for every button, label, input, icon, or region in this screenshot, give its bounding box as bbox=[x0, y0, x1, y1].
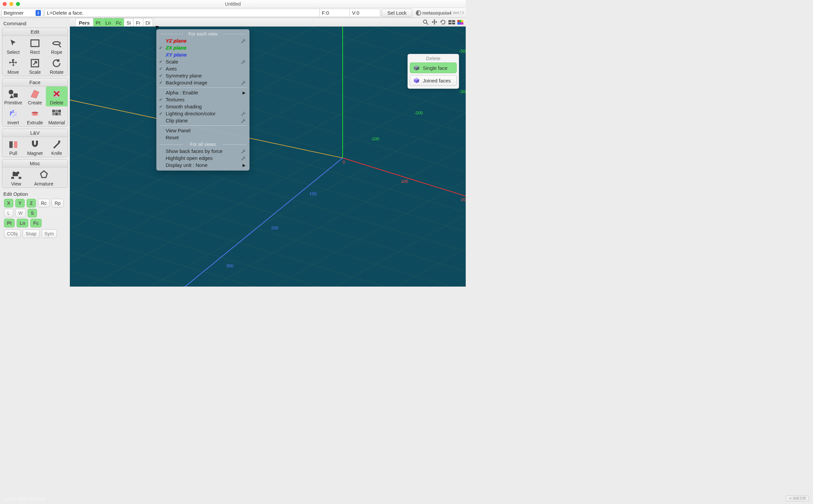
tool-label: Pull bbox=[9, 151, 17, 156]
tool-material[interactable]: Material bbox=[46, 106, 68, 126]
tab-pt[interactable]: Pt bbox=[93, 18, 103, 26]
tool-label: Rect bbox=[30, 50, 40, 55]
tool-create[interactable]: Create bbox=[24, 86, 46, 106]
tool-delete[interactable]: Delete bbox=[46, 86, 68, 106]
opt-ln[interactable]: Ln bbox=[17, 219, 28, 227]
mode-select[interactable]: Beginner ▲▼ bbox=[1, 9, 43, 17]
close-icon[interactable] bbox=[3, 2, 7, 6]
opt-cobj[interactable]: CObj bbox=[4, 229, 21, 238]
opt-w[interactable]: W bbox=[15, 209, 26, 217]
wrench-icon[interactable] bbox=[241, 111, 246, 116]
opt-rp[interactable]: Rp bbox=[52, 199, 64, 207]
menu-item[interactable]: XY plane bbox=[156, 51, 249, 58]
opt-x[interactable]: X bbox=[4, 199, 13, 207]
menu-item[interactable]: YZ plane bbox=[156, 37, 249, 44]
magnet-icon bbox=[28, 139, 42, 150]
menu-item[interactable]: ✓Smooth shading bbox=[156, 103, 249, 110]
tab-di[interactable]: Di bbox=[143, 18, 153, 26]
view-icon bbox=[10, 169, 23, 181]
opt-snap[interactable]: Snap bbox=[23, 229, 40, 238]
tool-select[interactable]: Select bbox=[2, 36, 24, 56]
minimize-icon[interactable] bbox=[9, 2, 13, 6]
menu-item[interactable]: ✓Textures bbox=[156, 96, 249, 103]
tool-invert[interactable]: Invert bbox=[2, 106, 24, 126]
wrench-icon[interactable] bbox=[241, 59, 246, 64]
wrench-icon[interactable] bbox=[241, 118, 246, 123]
opt-y[interactable]: Y bbox=[15, 199, 25, 207]
tool-magnet[interactable]: Magnet bbox=[24, 137, 46, 157]
tool-armature[interactable]: Armature bbox=[30, 168, 58, 188]
menu-item[interactable]: Show back faces by force bbox=[156, 148, 249, 155]
axis-label: 300 bbox=[226, 263, 233, 268]
panel-lv: L&V PullMagnetKnife bbox=[2, 129, 68, 157]
menu-item[interactable]: ✓Symmetry plane bbox=[156, 72, 249, 79]
menu-item[interactable]: ✓ZX plane bbox=[156, 44, 249, 51]
svg-point-16 bbox=[424, 20, 427, 23]
opt-z[interactable]: Z bbox=[27, 199, 36, 207]
tab-si[interactable]: Si bbox=[124, 18, 133, 26]
menu-item-label: Clip plane bbox=[166, 118, 188, 123]
view-context-menu[interactable]: For each view YZ plane✓ZX planeXY plane✓… bbox=[156, 29, 249, 171]
wrench-icon[interactable] bbox=[241, 156, 246, 161]
tool-move[interactable]: Move bbox=[2, 56, 24, 76]
single-face-button[interactable]: Single face bbox=[410, 63, 457, 73]
tool-primitive[interactable]: Primitive bbox=[2, 86, 24, 106]
tool-label: Select bbox=[7, 50, 20, 55]
tab-ln[interactable]: Ln bbox=[103, 18, 114, 26]
menu-item[interactable]: ✓Lighting direction/color bbox=[156, 110, 249, 117]
menu-item[interactable]: Alpha : Enable▶ bbox=[156, 89, 249, 96]
check-icon: ✓ bbox=[159, 97, 163, 102]
svg-rect-15 bbox=[19, 177, 21, 179]
zoom-icon[interactable] bbox=[16, 2, 20, 6]
svg-point-2 bbox=[9, 90, 13, 94]
tool-rotate[interactable]: Rotate bbox=[46, 56, 68, 76]
vertex-count: V:0 bbox=[349, 9, 380, 17]
svg-rect-25 bbox=[458, 22, 461, 25]
menu-item-label: Symmetry plane bbox=[166, 73, 202, 78]
tool-label: Extrude bbox=[27, 120, 43, 125]
opt-rc[interactable]: Rc bbox=[38, 199, 50, 207]
panel-head-face: Face bbox=[2, 78, 68, 86]
tool-extrude[interactable]: Extrude bbox=[24, 106, 46, 126]
joined-faces-button[interactable]: Joined faces bbox=[410, 75, 457, 86]
tool-scale[interactable]: Scale bbox=[24, 56, 46, 76]
tab-pers[interactable]: Pers bbox=[75, 18, 93, 26]
rotate-view-icon[interactable] bbox=[440, 19, 447, 26]
wrench-icon[interactable] bbox=[241, 80, 246, 85]
sel-lock-button[interactable]: Sel Lock bbox=[381, 9, 412, 17]
menu-item-label: Background image bbox=[166, 80, 207, 85]
svg-point-12 bbox=[13, 172, 15, 174]
menu-item[interactable]: ✓Axes bbox=[156, 65, 249, 72]
move-icon[interactable] bbox=[431, 19, 438, 26]
delete-float-panel: Delete Single face Joined faces bbox=[408, 54, 459, 89]
tool-rope[interactable]: Rope bbox=[46, 36, 68, 56]
menu-item-label: Textures bbox=[166, 97, 185, 102]
menu-item[interactable]: ✓Scale bbox=[156, 58, 249, 65]
tool-view[interactable]: View bbox=[2, 168, 30, 188]
opt-sym[interactable]: Sym bbox=[42, 229, 57, 238]
palette-icon[interactable] bbox=[457, 19, 464, 26]
tool-rect[interactable]: Rect bbox=[24, 36, 46, 56]
tool-knife[interactable]: Knife bbox=[46, 137, 68, 157]
check-icon: ✓ bbox=[159, 66, 163, 71]
opt-s[interactable]: S bbox=[28, 209, 37, 217]
menu-item[interactable]: View Panel bbox=[156, 127, 249, 134]
search-icon[interactable] bbox=[423, 19, 429, 26]
layout-icon[interactable] bbox=[449, 19, 455, 26]
tab-fr[interactable]: Fr bbox=[133, 18, 143, 26]
tab-fc[interactable]: Fc bbox=[113, 18, 124, 26]
menu-item[interactable]: ✓Background image bbox=[156, 79, 249, 86]
opt-pt[interactable]: Pt bbox=[4, 219, 15, 227]
menu-item[interactable]: Reset bbox=[156, 134, 249, 141]
menu-item[interactable]: Highlight open edges bbox=[156, 155, 249, 162]
opt-l[interactable]: L bbox=[4, 209, 13, 217]
menu-item[interactable]: Clip plane bbox=[156, 117, 249, 124]
wrench-icon[interactable] bbox=[241, 149, 246, 154]
tool-pull[interactable]: Pull bbox=[2, 137, 24, 157]
opt-fc[interactable]: Fc bbox=[30, 219, 42, 227]
viewport-3d[interactable]: 1002003000100200300-100-200-300-400-500-… bbox=[70, 27, 466, 287]
wrench-icon[interactable] bbox=[241, 38, 246, 44]
menu-item[interactable]: Display unit : None▶ bbox=[156, 162, 249, 169]
tool-label: Invert bbox=[7, 120, 19, 125]
tool-label: Rope bbox=[51, 50, 62, 55]
